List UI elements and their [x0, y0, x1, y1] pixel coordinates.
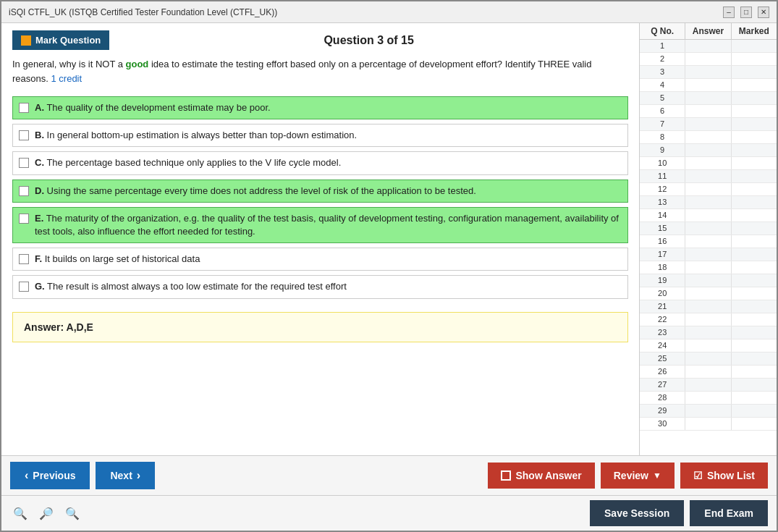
checkbox-F[interactable] [19, 254, 29, 264]
zoom-in-button[interactable]: 🔍 [10, 505, 30, 522]
question-list[interactable]: 1 2 3 4 5 6 7 8 9 10 11 [640, 40, 777, 455]
save-session-label: Save Session [604, 507, 669, 519]
q-num: 19 [640, 274, 685, 287]
option-B-text: B. In general bottom-up estimation is al… [35, 129, 357, 142]
table-row[interactable]: 17 [640, 248, 777, 261]
option-G[interactable]: G. The result is almost always a too low… [12, 275, 628, 298]
q-answer [685, 209, 731, 221]
table-row[interactable]: 21 [640, 300, 777, 313]
q-num: 3 [640, 66, 685, 78]
table-row[interactable]: 25 [640, 352, 777, 366]
table-row[interactable]: 1 [640, 40, 777, 53]
q-marked [732, 300, 777, 313]
review-label: Review [614, 470, 648, 481]
q-answer [685, 287, 731, 300]
show-list-button[interactable]: ☑ Show List [680, 463, 768, 489]
table-row[interactable]: 6 [640, 105, 777, 118]
table-row[interactable]: 10 [640, 157, 777, 170]
q-marked [732, 131, 777, 143]
minimize-button[interactable]: – [723, 7, 735, 18]
q-num: 5 [640, 92, 685, 104]
q-marked [732, 157, 777, 169]
top-toolbar: Mark Question Question 3 of 15 [12, 30, 628, 50]
table-row[interactable]: 23 [640, 326, 777, 339]
table-row[interactable]: 15 [640, 222, 777, 235]
option-B[interactable]: B. In general bottom-up estimation is al… [12, 124, 628, 147]
review-button[interactable]: Review ▼ [601, 463, 675, 489]
table-row[interactable]: 28 [640, 392, 777, 405]
table-row[interactable]: 26 [640, 366, 777, 379]
table-row[interactable]: 18 [640, 261, 777, 274]
table-row[interactable]: 27 [640, 379, 777, 392]
end-exam-button[interactable]: End Exam [690, 500, 768, 526]
q-answer [685, 248, 731, 261]
table-row[interactable]: 3 [640, 66, 777, 79]
table-row[interactable]: 2 [640, 53, 777, 66]
save-session-button[interactable]: Save Session [590, 500, 684, 526]
checkbox-G[interactable] [19, 282, 29, 292]
previous-button[interactable]: ‹ Previous [10, 462, 90, 489]
table-row[interactable]: 7 [640, 118, 777, 131]
answer-label: Answer: A,D,E [24, 321, 93, 333]
q-num: 7 [640, 118, 685, 130]
q-marked [732, 66, 777, 78]
q-marked [732, 105, 777, 117]
q-marked [732, 313, 777, 326]
q-marked [732, 405, 777, 417]
mark-question-button[interactable]: Mark Question [12, 30, 109, 50]
next-label: Next [110, 470, 132, 481]
zoom-reset-button[interactable]: 🔎 [36, 505, 56, 522]
table-row[interactable]: 12 [640, 183, 777, 196]
table-row[interactable]: 4 [640, 79, 777, 92]
option-F[interactable]: F. It builds on large set of historical … [12, 248, 628, 271]
table-row[interactable]: 11 [640, 170, 777, 183]
checkbox-C[interactable] [19, 158, 29, 168]
zoom-out-button[interactable]: 🔎 [62, 505, 83, 522]
q-marked [732, 248, 777, 261]
show-answer-label: Show Answer [515, 470, 581, 481]
checkbox-B[interactable] [19, 130, 29, 140]
end-exam-label: End Exam [704, 507, 753, 519]
q-answer [685, 79, 731, 91]
option-F-text: F. It builds on large set of historical … [35, 253, 200, 266]
mark-icon [21, 35, 31, 46]
q-marked [732, 183, 777, 195]
q-num: 8 [640, 131, 685, 143]
q-answer [685, 274, 731, 287]
q-marked [732, 261, 777, 274]
option-C[interactable]: C. The percentage based technique only a… [12, 151, 628, 174]
q-marked [732, 92, 777, 104]
option-D[interactable]: D. Using the same percentage every time … [12, 180, 628, 203]
checkbox-D[interactable] [19, 186, 29, 196]
q-num: 29 [640, 405, 685, 417]
q-num: 24 [640, 339, 685, 352]
table-row[interactable]: 14 [640, 209, 777, 222]
table-row[interactable]: 8 [640, 131, 777, 144]
maximize-button[interactable]: □ [740, 7, 752, 18]
table-row[interactable]: 22 [640, 313, 777, 326]
q-num: 15 [640, 222, 685, 235]
option-E[interactable]: E. The maturity of the organization, e.g… [12, 207, 628, 243]
table-row[interactable]: 20 [640, 287, 777, 300]
table-row[interactable]: 29 [640, 405, 777, 418]
checkbox-E[interactable] [19, 214, 29, 224]
q-answer [685, 261, 731, 274]
q-num: 22 [640, 313, 685, 326]
checkbox-A[interactable] [19, 103, 29, 113]
q-marked [732, 287, 777, 300]
q-answer [685, 352, 731, 365]
table-row[interactable]: 5 [640, 92, 777, 105]
close-button[interactable]: ✕ [758, 7, 769, 18]
table-row[interactable]: 16 [640, 235, 777, 248]
table-row[interactable]: 13 [640, 196, 777, 209]
show-answer-button[interactable]: Show Answer [488, 463, 594, 489]
next-button[interactable]: Next › [96, 462, 155, 489]
table-row[interactable]: 30 [640, 418, 777, 431]
q-answer [685, 66, 731, 78]
q-num: 27 [640, 379, 685, 391]
table-row[interactable]: 19 [640, 274, 777, 287]
table-row[interactable]: 24 [640, 339, 777, 352]
table-row[interactable]: 9 [640, 144, 777, 157]
option-A[interactable]: A. The quality of the development estima… [12, 96, 628, 119]
show-list-check-icon: ☑ [693, 470, 703, 481]
